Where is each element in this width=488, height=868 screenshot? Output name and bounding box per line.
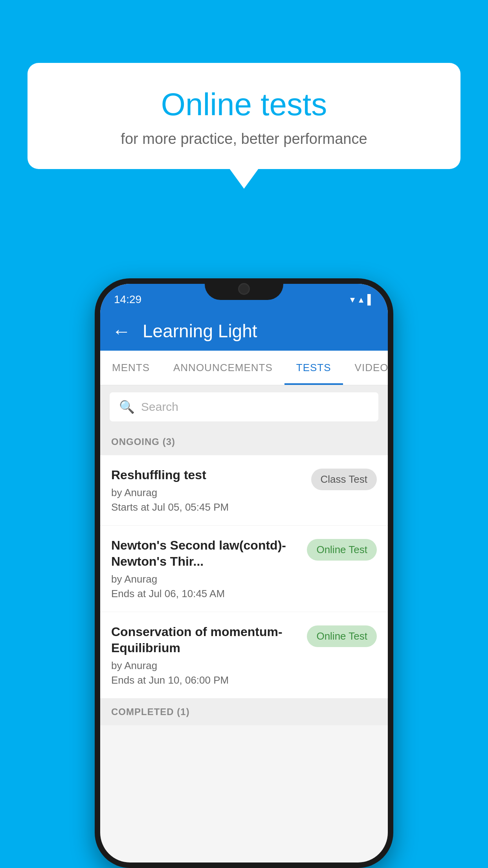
- back-button[interactable]: ←: [112, 320, 131, 342]
- test-item-2[interactable]: Newton's Second law(contd)-Newton's Thir…: [100, 526, 388, 612]
- battery-icon: ▌: [367, 294, 374, 305]
- test-name-2: Newton's Second law(contd)-Newton's Thir…: [111, 537, 299, 570]
- test-info-3: Conservation of momentum-Equilibrium by …: [111, 624, 299, 686]
- status-icons: ▾ ▴ ▌: [350, 294, 374, 305]
- tab-announcements[interactable]: ANNOUNCEMENTS: [161, 351, 284, 385]
- test-badge-3: Online Test: [307, 625, 377, 647]
- search-container: 🔍 Search: [100, 385, 388, 428]
- test-badge-1: Class Test: [311, 469, 377, 490]
- test-time-3: Ends at Jun 10, 06:00 PM: [111, 674, 299, 686]
- test-name-3: Conservation of momentum-Equilibrium: [111, 624, 299, 657]
- phone-notch: [205, 278, 283, 300]
- test-info-2: Newton's Second law(contd)-Newton's Thir…: [111, 537, 299, 600]
- search-icon: 🔍: [119, 399, 135, 414]
- tab-bar: MENTS ANNOUNCEMENTS TESTS VIDEOS: [100, 351, 388, 385]
- app-title: Learning Light: [143, 320, 257, 342]
- tab-tests[interactable]: TESTS: [284, 351, 343, 385]
- phone-screen: 14:29 ▾ ▴ ▌ ← Learning Light MENTS ANNOU…: [100, 284, 388, 862]
- status-time: 14:29: [114, 293, 141, 306]
- test-item-3[interactable]: Conservation of momentum-Equilibrium by …: [100, 612, 388, 699]
- bubble-subtitle: for more practice, better performance: [47, 131, 441, 147]
- app-bar: ← Learning Light: [100, 311, 388, 351]
- phone-device: 14:29 ▾ ▴ ▌ ← Learning Light MENTS ANNOU…: [95, 278, 393, 868]
- tab-videos[interactable]: VIDEOS: [343, 351, 388, 385]
- wifi-icon: ▾: [350, 294, 355, 305]
- test-info-1: Reshuffling test by Anurag Starts at Jul…: [111, 467, 303, 513]
- search-box[interactable]: 🔍 Search: [110, 392, 378, 421]
- ongoing-section-header: ONGOING (3): [100, 428, 388, 455]
- test-time-2: Ends at Jul 06, 10:45 AM: [111, 588, 299, 600]
- test-list: Reshuffling test by Anurag Starts at Jul…: [100, 455, 388, 699]
- test-author-2: by Anurag: [111, 573, 299, 585]
- test-time-1: Starts at Jul 05, 05:45 PM: [111, 501, 303, 513]
- test-badge-2: Online Test: [307, 539, 377, 561]
- promo-bubble: Online tests for more practice, better p…: [28, 63, 460, 169]
- test-item-1[interactable]: Reshuffling test by Anurag Starts at Jul…: [100, 455, 388, 526]
- tab-assignments[interactable]: MENTS: [100, 351, 161, 385]
- search-placeholder: Search: [141, 400, 178, 414]
- test-name-1: Reshuffling test: [111, 467, 303, 484]
- test-author-1: by Anurag: [111, 487, 303, 499]
- bubble-title: Online tests: [47, 86, 441, 123]
- completed-section-header: COMPLETED (1): [100, 699, 388, 725]
- signal-icon: ▴: [359, 294, 363, 305]
- phone-wrapper: 14:29 ▾ ▴ ▌ ← Learning Light MENTS ANNOU…: [95, 278, 393, 868]
- test-author-3: by Anurag: [111, 660, 299, 672]
- front-camera: [238, 283, 250, 295]
